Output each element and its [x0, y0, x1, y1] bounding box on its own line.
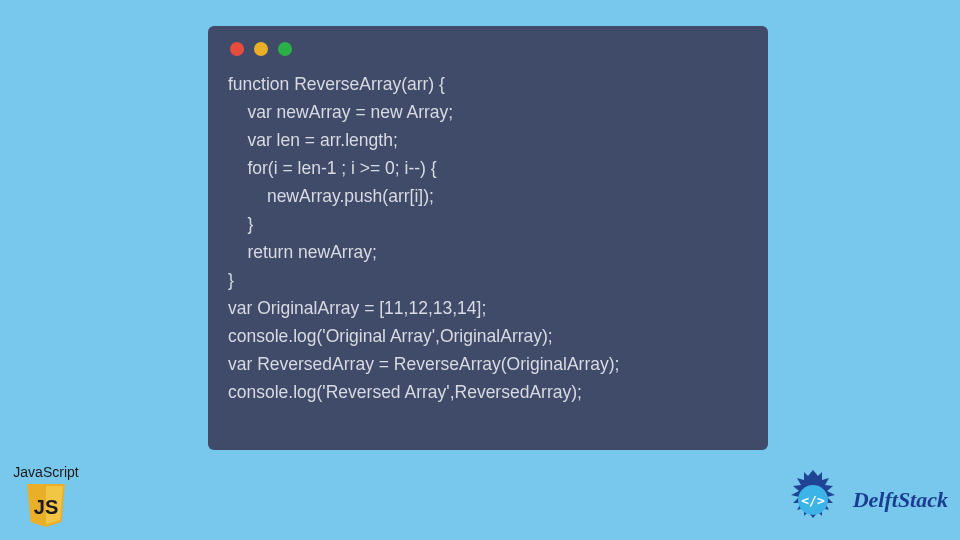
- delftstack-logo-icon: </>: [779, 466, 847, 534]
- maximize-dot-icon: [278, 42, 292, 56]
- close-dot-icon: [230, 42, 244, 56]
- svg-text:</>: </>: [801, 493, 825, 508]
- code-window: function ReverseArray(arr) { var newArra…: [208, 26, 768, 450]
- delftstack-brand: </> DelftStack: [779, 466, 948, 534]
- js-icon-text: JS: [34, 496, 58, 518]
- javascript-shield-icon: JS: [25, 482, 67, 528]
- window-controls: [230, 42, 748, 56]
- delftstack-text: DelftStack: [853, 487, 948, 513]
- code-block: function ReverseArray(arr) { var newArra…: [228, 70, 748, 406]
- javascript-badge: JavaScript JS: [6, 464, 86, 528]
- javascript-label: JavaScript: [6, 464, 86, 480]
- minimize-dot-icon: [254, 42, 268, 56]
